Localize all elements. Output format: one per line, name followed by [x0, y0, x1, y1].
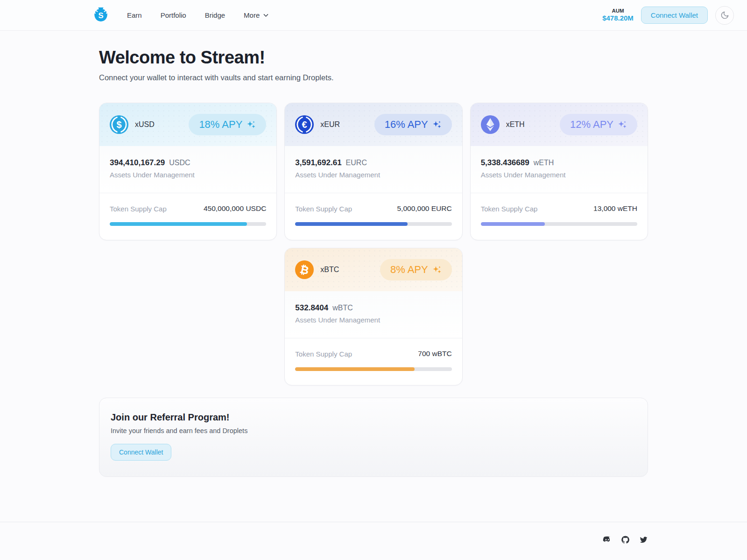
- cap-label: Token Supply Cap: [295, 350, 352, 358]
- sparkles-icon: [618, 120, 627, 129]
- vault-aum-value: 532.8404: [295, 303, 328, 313]
- vault-aum-section: 5,338.436689 wETH Assets Under Managemen…: [471, 146, 648, 193]
- apy-badge: 18% APY: [189, 114, 266, 135]
- nav-item-bridge[interactable]: Bridge: [205, 11, 225, 19]
- vault-cap-section: Token Supply Cap 13,000 wETH: [471, 193, 648, 240]
- vault-header: $ xUSD 18% APY: [99, 103, 276, 146]
- twitter-icon: [639, 535, 648, 544]
- cap-value: 13,000 wETH: [593, 204, 637, 213]
- apy-badge: 12% APY: [560, 114, 637, 135]
- nav-earn-label: Earn: [127, 11, 142, 19]
- svg-text:S: S: [98, 11, 103, 20]
- chevron-down-icon: [263, 12, 269, 18]
- aum-value: $478.20M: [602, 14, 634, 23]
- vault-card-xeur[interactable]: € xEUR 16% APY 3,591,692.61 EURC: [284, 103, 462, 240]
- vault-name: xBTC: [320, 266, 339, 274]
- nav-bridge-label: Bridge: [205, 11, 225, 19]
- referral-connect-wallet-button[interactable]: Connect Wallet: [111, 444, 171, 461]
- vault-aum-value: 3,591,692.61: [295, 158, 341, 168]
- vault-name: xUSD: [135, 120, 155, 129]
- vault-aum-caption: Assets Under Management: [295, 316, 451, 324]
- vault-card-xusd[interactable]: $ xUSD 18% APY 394,410,167.29 USDC: [99, 103, 277, 240]
- supply-progress-track: [295, 222, 451, 226]
- vault-aum-section: 394,410,167.29 USDC Assets Under Managem…: [99, 146, 276, 193]
- vault-aum-unit: wBTC: [332, 304, 353, 312]
- referral-banner: Join our Referral Program! Invite your f…: [99, 398, 648, 477]
- supply-progress-track: [295, 367, 451, 371]
- vault-aum-section: 3,591,692.61 EURC Assets Under Managemen…: [285, 146, 462, 193]
- cap-value: 700 wBTC: [418, 350, 451, 358]
- cap-label: Token Supply Cap: [481, 205, 538, 213]
- vault-aum-unit: EURC: [346, 159, 367, 167]
- supply-progress-fill: [110, 222, 247, 226]
- top-navigation-bar: S Earn Portfolio Bridge More AUM $478.20…: [0, 0, 747, 31]
- vault-aum-unit: wETH: [534, 159, 554, 167]
- btc-icon: ₿: [295, 260, 314, 279]
- nav-portfolio-label: Portfolio: [161, 11, 186, 19]
- apy-label: 12% APY: [570, 119, 613, 131]
- nav-item-more[interactable]: More: [244, 11, 269, 19]
- site-footer: [0, 522, 747, 560]
- sparkles-icon: [432, 120, 442, 129]
- nav-item-earn[interactable]: Earn: [127, 11, 142, 19]
- amphora-logo-icon: S: [92, 5, 110, 26]
- svg-text:$: $: [116, 119, 121, 130]
- main-content: Welcome to Stream! Connect your wallet t…: [99, 31, 648, 477]
- vault-header: € xEUR 16% APY: [285, 103, 462, 146]
- theme-toggle-button[interactable]: [715, 6, 734, 25]
- aum-display: AUM $478.20M: [602, 7, 634, 23]
- eurc-icon: €: [295, 115, 314, 134]
- apy-label: 18% APY: [199, 119, 242, 131]
- vault-aum-value: 5,338.436689: [481, 158, 529, 168]
- cap-label: Token Supply Cap: [110, 205, 167, 213]
- connect-wallet-button[interactable]: Connect Wallet: [641, 7, 708, 24]
- sparkles-icon: [432, 265, 442, 274]
- cap-label: Token Supply Cap: [295, 205, 352, 213]
- aum-label: AUM: [602, 7, 634, 14]
- vault-card-xbtc[interactable]: ₿ xBTC 8% APY 532.8404 wBTC: [284, 248, 462, 385]
- page-title: Welcome to Stream!: [99, 48, 648, 68]
- vault-cap-section: Token Supply Cap 700 wBTC: [285, 338, 462, 385]
- supply-progress-fill: [481, 222, 545, 226]
- vault-header: xETH 12% APY: [471, 103, 648, 146]
- apy-badge: 16% APY: [374, 114, 452, 135]
- stream-logo[interactable]: S: [92, 5, 110, 26]
- referral-title: Join our Referral Program!: [111, 412, 636, 423]
- vault-aum-value: 394,410,167.29: [110, 158, 165, 168]
- supply-progress-track: [481, 222, 637, 226]
- vault-aum-caption: Assets Under Management: [295, 171, 451, 179]
- page-subtitle: Connect your wallet to interact with vau…: [99, 73, 648, 82]
- vault-aum-caption: Assets Under Management: [481, 171, 637, 179]
- vault-aum-unit: USDC: [169, 159, 190, 167]
- sparkles-icon: [247, 120, 256, 129]
- supply-progress-fill: [295, 367, 414, 371]
- nav-item-portfolio[interactable]: Portfolio: [161, 11, 186, 19]
- vault-name: xETH: [506, 120, 525, 129]
- vault-card-xeth[interactable]: xETH 12% APY 5,338.436689 wETH Assets Un…: [470, 103, 648, 240]
- apy-label: 8% APY: [390, 264, 428, 276]
- apy-badge: 8% APY: [380, 259, 452, 280]
- vault-grid: $ xUSD 18% APY 394,410,167.29 USDC: [99, 103, 648, 385]
- twitter-link[interactable]: [639, 535, 648, 544]
- github-link[interactable]: [621, 535, 630, 544]
- vault-aum-caption: Assets Under Management: [110, 171, 266, 179]
- discord-icon: [603, 535, 612, 544]
- github-icon: [621, 535, 630, 544]
- svg-text:€: €: [302, 119, 307, 130]
- vault-cap-section: Token Supply Cap 5,000,000 EURC: [285, 193, 462, 240]
- moon-icon: [720, 11, 729, 20]
- vault-aum-section: 532.8404 wBTC Assets Under Management: [285, 291, 462, 338]
- supply-progress-fill: [295, 222, 408, 226]
- apy-label: 16% APY: [385, 119, 428, 131]
- referral-subtitle: Invite your friends and earn fees and Dr…: [111, 427, 636, 434]
- usdc-icon: $: [110, 115, 128, 134]
- cap-value: 450,000,000 USDC: [204, 204, 266, 213]
- eth-icon: [481, 115, 500, 134]
- discord-link[interactable]: [603, 535, 612, 544]
- vault-name: xEUR: [320, 120, 340, 129]
- cap-value: 5,000,000 EURC: [397, 204, 451, 213]
- nav-more-label: More: [244, 11, 260, 19]
- vault-cap-section: Token Supply Cap 450,000,000 USDC: [99, 193, 276, 240]
- supply-progress-track: [110, 222, 266, 226]
- main-nav: Earn Portfolio Bridge More: [127, 11, 269, 19]
